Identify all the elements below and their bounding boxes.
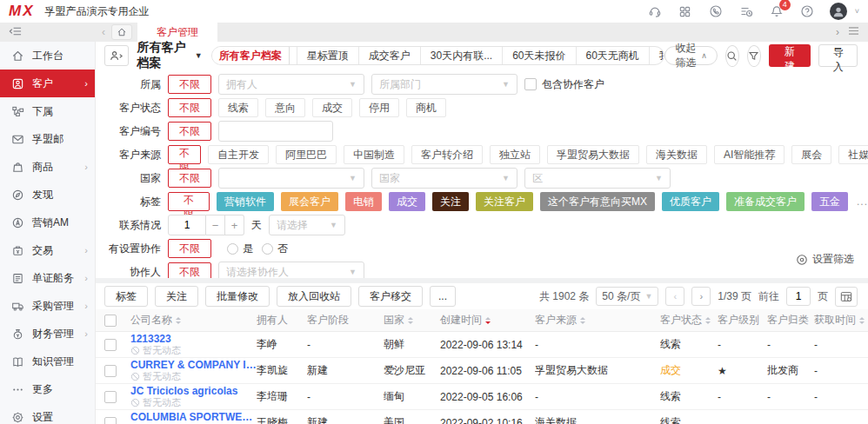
- row-checkbox[interactable]: [104, 417, 117, 424]
- quick-tab-deal-customers[interactable]: 成交客户: [358, 47, 420, 64]
- sort-desc-icon[interactable]: [485, 317, 491, 324]
- tag-action-button[interactable]: 标签: [104, 286, 148, 307]
- tag-deal[interactable]: 成交: [389, 192, 425, 211]
- source-option-customs-data[interactable]: 海关数据: [646, 145, 707, 164]
- company-name-link[interactable]: 1213323: [130, 333, 257, 345]
- collapse-filter-button[interactable]: 收起筛选 ∧: [664, 46, 717, 65]
- sidebar-collapse-icon[interactable]: [9, 26, 22, 39]
- department-select[interactable]: 所属部门▼: [371, 74, 517, 95]
- sidebar-item-settings[interactable]: 设置: [0, 403, 95, 424]
- source-option-referral[interactable]: 客户转介绍: [411, 145, 483, 164]
- transfer-customer-button[interactable]: 客户移交: [358, 286, 423, 307]
- col-acquired-time[interactable]: 获取时间: [814, 313, 868, 328]
- sidebar-item-finance[interactable]: 财务管理 ›: [0, 320, 95, 348]
- source-option-alibaba[interactable]: 阿里巴巴: [276, 145, 337, 164]
- select-all-checkbox[interactable]: [104, 315, 117, 327]
- source-option-made-in-china[interactable]: 中国制造: [344, 145, 404, 164]
- page-size-select[interactable]: 50 条/页▼: [596, 287, 658, 306]
- customer-code-input[interactable]: [218, 121, 333, 142]
- chevron-right-icon[interactable]: ›: [836, 26, 839, 38]
- column-settings-icon[interactable]: [835, 287, 858, 307]
- source-option-independent-site[interactable]: 独立站: [490, 145, 540, 164]
- status-option-disabled[interactable]: 停用: [359, 98, 399, 117]
- import-button[interactable]: 导入: [818, 44, 858, 67]
- owner-view-icon-button[interactable]: [104, 45, 129, 66]
- sort-icon[interactable]: [705, 317, 711, 324]
- minus-icon[interactable]: −: [206, 215, 225, 235]
- collaborator-select[interactable]: 请选择协作人▼: [218, 262, 364, 278]
- phone-call-icon[interactable]: [708, 3, 724, 19]
- source-option-ai-recommend[interactable]: AI智能推荐: [714, 145, 785, 164]
- more-actions-button[interactable]: ...: [430, 286, 456, 307]
- tab-customer-management[interactable]: 客户管理: [137, 23, 217, 42]
- country-unlimited-button[interactable]: 不限: [168, 169, 211, 188]
- country-select[interactable]: 国家▼: [371, 168, 517, 189]
- col-status[interactable]: 客户状态: [660, 313, 718, 328]
- more-tags-ellipsis[interactable]: ...: [857, 195, 868, 208]
- quick-tab-no-quote-60d[interactable]: 60天未报价: [502, 47, 575, 64]
- status-option-opportunity[interactable]: 商机: [406, 98, 446, 117]
- row-checkbox[interactable]: [104, 339, 117, 351]
- collab-yes-radio[interactable]: [227, 243, 238, 255]
- col-company-name[interactable]: 公司名称: [130, 313, 257, 328]
- contact-days-input[interactable]: [168, 215, 206, 235]
- status-option-deal[interactable]: 成交: [312, 98, 352, 117]
- source-option-fumeng-trade-data[interactable]: 孚盟贸易大数据: [547, 145, 639, 164]
- sort-icon[interactable]: [859, 317, 865, 324]
- source-unlimited-button[interactable]: 不限: [168, 145, 201, 164]
- user-avatar[interactable]: [830, 3, 847, 20]
- continent-select[interactable]: ▼: [218, 168, 364, 189]
- region-select[interactable]: 区▼: [524, 168, 671, 189]
- sort-icon[interactable]: [580, 317, 585, 324]
- sidebar-item-docs-shipping[interactable]: 单证船务 ›: [0, 264, 95, 292]
- sidebar-item-more[interactable]: 更多: [0, 375, 95, 403]
- quick-tab-no-opportunity-60d[interactable]: 60天无商机: [576, 47, 649, 64]
- row-checkbox[interactable]: [104, 365, 117, 377]
- home-tab-button[interactable]: [111, 24, 132, 40]
- col-created-time[interactable]: 创建时间: [440, 313, 535, 328]
- company-name-link[interactable]: JC Triciclos agricolas: [130, 385, 257, 397]
- recycle-bin-button[interactable]: 放入回收站: [277, 286, 351, 307]
- sidebar-item-customers[interactable]: 客户 ›: [0, 70, 95, 97]
- sidebar-item-trade[interactable]: 交易 ›: [0, 236, 95, 264]
- sidebar-item-fumeng-mail[interactable]: 孚盟邮: [0, 125, 95, 153]
- headset-support-icon[interactable]: [647, 3, 663, 19]
- search-icon[interactable]: [725, 45, 739, 67]
- sidebar-item-procurement[interactable]: 采购管理 ›: [0, 292, 95, 320]
- tag-telesales[interactable]: 电销: [345, 192, 382, 211]
- row-checkbox[interactable]: [104, 391, 117, 403]
- sidebar-item-discover[interactable]: 发现: [0, 181, 95, 209]
- history-log-icon[interactable]: [738, 3, 754, 19]
- status-unlimited-button[interactable]: 不限: [168, 98, 211, 117]
- sidebar-item-marketing-am[interactable]: 营销AM: [0, 209, 95, 236]
- notification-bell-icon[interactable]: 4: [769, 3, 785, 19]
- tag-followed-customer[interactable]: 关注客户: [476, 192, 533, 211]
- new-button[interactable]: 新建: [769, 44, 811, 67]
- sort-icon[interactable]: [176, 317, 181, 324]
- chevron-left-icon[interactable]: ‹: [96, 26, 111, 38]
- goto-page-input[interactable]: [786, 287, 811, 306]
- status-option-lead[interactable]: 线索: [218, 98, 258, 117]
- source-option-exhibition[interactable]: 展会: [791, 145, 831, 164]
- owner-unlimited-button[interactable]: 不限: [168, 75, 211, 94]
- include-collab-checkbox[interactable]: [524, 78, 537, 90]
- collab-no-radio[interactable]: [262, 243, 273, 255]
- tag-ready-to-deal[interactable]: 准备成交客户: [726, 192, 805, 211]
- quick-tab-starred[interactable]: 星标置顶: [297, 47, 358, 64]
- sidebar-item-products[interactable]: 商品 ›: [0, 153, 95, 181]
- avatar-chevron-down-icon[interactable]: ˅: [855, 7, 859, 16]
- help-icon[interactable]: [799, 3, 815, 19]
- filter-settings-button[interactable]: 设置筛选: [796, 252, 854, 267]
- apps-grid-icon[interactable]: [678, 3, 693, 19]
- collaborator-unlimited-button[interactable]: 不限: [168, 262, 211, 278]
- source-option-social-media[interactable]: 社媒平台: [838, 145, 868, 164]
- sidebar-item-workbench[interactable]: 工作台: [0, 42, 95, 70]
- owner-select[interactable]: 拥有人▼: [218, 74, 364, 95]
- tag-follow[interactable]: 关注: [432, 192, 469, 211]
- tab-list-icon[interactable]: [848, 26, 859, 38]
- batch-edit-button[interactable]: 批量修改: [205, 286, 270, 307]
- filter-funnel-icon[interactable]: [747, 45, 761, 67]
- sidebar-item-knowledge[interactable]: 知识管理: [0, 348, 95, 375]
- tag-exhibition-customer[interactable]: 展会客户: [281, 192, 338, 211]
- quick-tab-all-customers[interactable]: 所有客户档案: [212, 46, 290, 65]
